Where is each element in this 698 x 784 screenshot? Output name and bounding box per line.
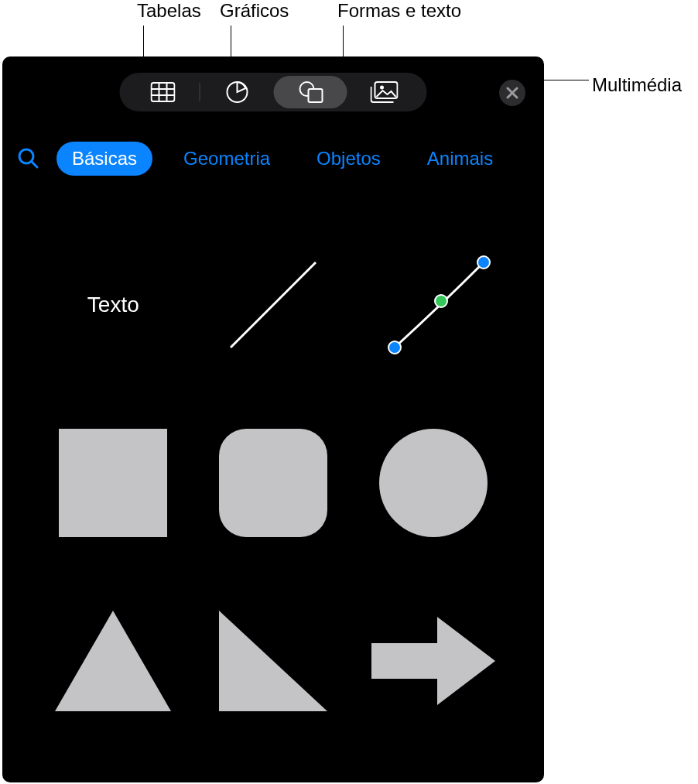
pie-chart-icon xyxy=(225,80,248,104)
shape-rounded-square[interactable] xyxy=(193,394,354,572)
search-icon xyxy=(18,148,39,169)
svg-line-14 xyxy=(231,262,316,347)
shapes-tab[interactable] xyxy=(274,76,347,108)
text-shape-label: Texto xyxy=(87,293,139,317)
svg-point-16 xyxy=(435,295,447,307)
svg-point-17 xyxy=(477,256,490,269)
media-tab[interactable] xyxy=(347,76,421,108)
svg-rect-0 xyxy=(151,83,174,101)
callout-shapes-text: Formas e texto xyxy=(337,0,461,22)
category-geometry[interactable]: Geometria xyxy=(168,142,286,176)
square-icon xyxy=(59,429,167,537)
right-triangle-icon xyxy=(215,607,331,715)
shape-curve[interactable] xyxy=(353,216,513,394)
shapes-grid: Texto xyxy=(2,216,544,750)
svg-marker-21 xyxy=(55,611,171,711)
triangle-icon xyxy=(51,607,175,715)
svg-marker-22 xyxy=(219,611,327,711)
charts-tab[interactable] xyxy=(200,76,274,108)
shapes-icon xyxy=(297,80,323,104)
category-objects[interactable]: Objetos xyxy=(301,142,396,176)
table-icon xyxy=(150,82,175,102)
svg-rect-19 xyxy=(219,429,327,537)
svg-point-15 xyxy=(388,341,401,354)
shape-triangle[interactable] xyxy=(33,572,193,750)
callout-tables: Tabelas xyxy=(137,0,201,22)
shape-text[interactable]: Texto xyxy=(33,216,193,394)
category-bar: Básicas Geometria Objetos Animais xyxy=(2,142,544,176)
search-button[interactable] xyxy=(16,146,41,171)
media-icon xyxy=(370,81,398,103)
line-icon xyxy=(215,247,331,363)
insert-panel: Básicas Geometria Objetos Animais Texto xyxy=(2,56,544,782)
category-animals[interactable]: Animais xyxy=(412,142,508,176)
svg-rect-18 xyxy=(59,429,167,537)
shape-right-triangle[interactable] xyxy=(193,572,354,750)
svg-marker-23 xyxy=(371,617,495,705)
shape-line[interactable] xyxy=(193,216,354,394)
circle-icon xyxy=(379,429,488,537)
callout-charts: Gráficos xyxy=(220,0,289,22)
svg-rect-7 xyxy=(308,89,322,102)
svg-point-9 xyxy=(380,86,384,90)
svg-point-20 xyxy=(379,429,488,537)
shape-arrow[interactable] xyxy=(353,572,513,750)
callout-media: Multimédia xyxy=(592,74,682,96)
category-basic[interactable]: Básicas xyxy=(56,142,152,176)
svg-line-13 xyxy=(32,162,37,167)
rounded-square-icon xyxy=(219,429,327,537)
close-icon xyxy=(506,87,518,99)
shape-circle[interactable] xyxy=(353,394,513,572)
insert-toolbar xyxy=(120,73,427,111)
tables-tab[interactable] xyxy=(126,76,200,108)
shape-square[interactable] xyxy=(33,394,193,572)
arrow-right-icon xyxy=(368,611,499,711)
close-button[interactable] xyxy=(499,80,525,106)
curve-icon xyxy=(371,247,495,363)
